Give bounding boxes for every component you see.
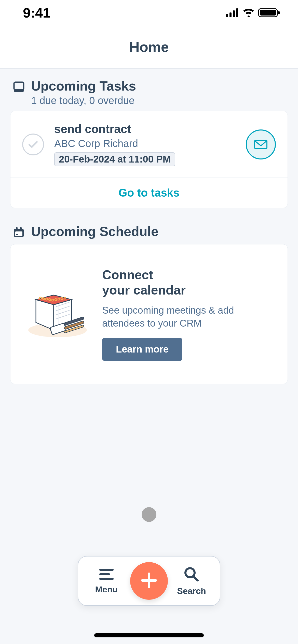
search-icon: [183, 566, 200, 583]
svg-rect-5: [260, 10, 276, 16]
svg-rect-3: [236, 8, 238, 17]
connect-calendar-text: Connect your calendar See upcoming meeti…: [102, 267, 272, 361]
menu-label: Menu: [95, 584, 118, 594]
connect-calendar-title: Connect your calendar: [102, 267, 272, 298]
svg-rect-9: [255, 140, 267, 149]
tasks-card: send contract ABC Corp Richard 20-Feb-20…: [10, 111, 288, 208]
learn-more-button[interactable]: Learn more: [102, 338, 182, 361]
status-time: 9:41: [23, 5, 50, 21]
svg-line-44: [194, 576, 198, 580]
upcoming-tasks-header: Upcoming Tasks 1 due today, 0 overdue: [10, 76, 288, 111]
go-to-tasks-link[interactable]: Go to tasks: [10, 178, 288, 208]
upcoming-schedule-header: Upcoming Schedule: [10, 222, 288, 244]
connect-calendar-card: Connect your calendar See upcoming meeti…: [10, 244, 288, 384]
page-title: Home: [129, 39, 169, 55]
status-bar: 9:41: [0, 0, 298, 25]
battery-icon: [258, 8, 280, 18]
task-due-date: 20-Feb-2024 at 11:00 PM: [54, 152, 175, 166]
menu-icon: [98, 568, 115, 582]
upcoming-schedule-title: Upcoming Schedule: [31, 224, 158, 239]
search-button[interactable]: Search: [175, 566, 208, 596]
tasks-icon: [13, 79, 25, 94]
task-body: send contract ABC Corp Richard 20-Feb-20…: [54, 122, 236, 166]
svg-rect-0: [226, 14, 228, 17]
svg-rect-1: [229, 12, 232, 17]
svg-rect-12: [16, 227, 18, 230]
connect-title-line1: Connect: [102, 268, 153, 282]
svg-rect-7: [14, 82, 24, 90]
loading-indicator: [142, 507, 156, 522]
bottom-nav-bar: Menu Search: [78, 556, 220, 606]
app-header: Home: [0, 25, 298, 69]
task-association: ABC Corp Richard: [54, 138, 236, 149]
svg-rect-2: [233, 10, 235, 17]
upcoming-tasks-subtitle: 1 due today, 0 overdue: [31, 95, 136, 106]
calendar-icon: [13, 224, 25, 240]
plus-icon: [139, 571, 159, 591]
svg-rect-8: [14, 90, 24, 92]
task-email-icon[interactable]: [246, 129, 276, 159]
upcoming-schedule-section: Upcoming Schedule: [0, 208, 298, 384]
upcoming-tasks-section: Upcoming Tasks 1 due today, 0 overdue se…: [0, 69, 298, 208]
connect-calendar-description: See upcoming meetings & add attendees to…: [102, 304, 272, 330]
menu-button[interactable]: Menu: [90, 568, 123, 594]
svg-rect-14: [16, 234, 18, 235]
wifi-icon: [242, 8, 255, 17]
connect-title-line2: your calendar: [102, 283, 186, 297]
svg-rect-13: [20, 227, 22, 230]
upcoming-tasks-title: Upcoming Tasks: [31, 79, 136, 93]
calendar-illustration: [26, 289, 89, 339]
cellular-signal-icon: [226, 8, 239, 17]
svg-rect-6: [278, 11, 280, 14]
task-complete-checkbox[interactable]: [22, 134, 44, 155]
search-label: Search: [177, 586, 206, 596]
task-row[interactable]: send contract ABC Corp Richard 20-Feb-20…: [10, 111, 288, 178]
task-title: send contract: [54, 122, 236, 136]
add-button[interactable]: [130, 562, 168, 600]
home-indicator[interactable]: [94, 633, 204, 637]
status-icons: [226, 8, 280, 18]
